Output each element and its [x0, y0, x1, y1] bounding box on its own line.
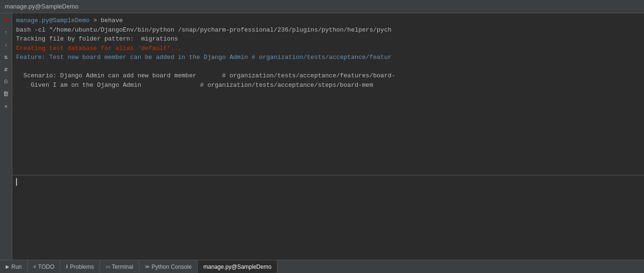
python-console-tab-icon: ≫ [145, 264, 150, 269]
todo-tab[interactable]: ≡ TODO [28, 260, 60, 273]
console-line-3: Creating test database for alias 'defaul… [16, 44, 640, 53]
stop-icon[interactable]: ■ [2, 16, 10, 25]
console-line-7: Given I am on the Django Admin # organiz… [16, 81, 640, 90]
console-line-5 [16, 62, 640, 72]
console-line-1: bash -cl "/home/ubuntu/DjangoEnv/bin/pyt… [16, 25, 640, 35]
problems-tab-icon: ℹ [66, 264, 68, 269]
scroll-up-icon[interactable]: ↑ [2, 28, 10, 37]
input-area[interactable] [12, 175, 644, 260]
todo-tab-icon: ≡ [33, 264, 36, 269]
title-bar: manage.py@SampleDemo [0, 0, 644, 13]
manage-py-tab-label: manage.py@SampleDemo [203, 264, 271, 270]
input-cursor [16, 178, 17, 186]
console-line-4: Feature: Test new board member can be ad… [16, 53, 640, 62]
run-tab-label: Run [11, 264, 22, 270]
sort-icon[interactable]: ⇅ [2, 53, 10, 61]
console-line-0: manage.py@SampleDemo > behave [16, 16, 640, 25]
python-console-tab-label: Python Console [151, 264, 192, 270]
print-icon[interactable]: ⎙ [2, 77, 10, 86]
console-line-2: Tracking file by folder pattern: migrati… [16, 34, 640, 44]
title-label: manage.py@SampleDemo [5, 3, 78, 10]
left-toolbar: ■ ↑ ↓ ⇅ ⇵ ⎙ 🗑 ✕ [0, 13, 12, 260]
close-icon[interactable]: ✕ [2, 102, 10, 110]
run-tab-icon: ▶ [6, 264, 9, 269]
problems-tab[interactable]: ℹ Problems [60, 260, 100, 273]
terminal-tab-icon: ▭ [106, 264, 110, 269]
console-output: manage.py@SampleDemo > behave bash -cl "… [12, 13, 644, 175]
delete-icon[interactable]: 🗑 [2, 90, 10, 98]
problems-tab-label: Problems [70, 264, 94, 270]
main-area: ■ ↑ ↓ ⇅ ⇵ ⎙ 🗑 ✕ manage.py@SampleDemo > b… [0, 13, 644, 260]
tab-bar: ▶ Run ≡ TODO ℹ Problems ▭ Terminal ≫ Pyt… [0, 260, 644, 273]
console-line-6: Scenario: Django Admin can add new board… [16, 71, 640, 81]
terminal-tab[interactable]: ▭ Terminal [100, 260, 139, 273]
terminal-tab-label: Terminal [112, 264, 133, 270]
todo-tab-label: TODO [38, 264, 54, 270]
scroll-down-icon[interactable]: ↓ [2, 41, 10, 49]
output-area: manage.py@SampleDemo > behave bash -cl "… [12, 13, 644, 260]
manage-py-tab[interactable]: manage.py@SampleDemo [198, 260, 277, 273]
sort2-icon[interactable]: ⇵ [2, 65, 10, 74]
python-console-tab[interactable]: ≫ Python Console [139, 260, 198, 273]
run-tab[interactable]: ▶ Run [0, 260, 28, 273]
